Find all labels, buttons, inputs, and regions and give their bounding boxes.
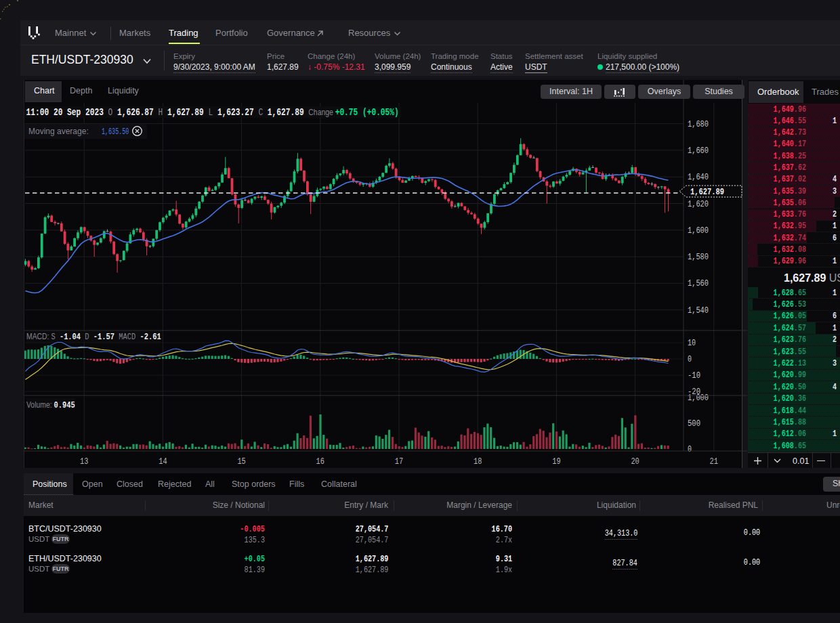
svg-text:1,560: 1,560 bbox=[688, 279, 709, 288]
svg-text:1,540: 1,540 bbox=[688, 306, 709, 316]
svg-text:1,680: 1,680 bbox=[688, 120, 709, 129]
svg-text:18: 18 bbox=[474, 457, 482, 467]
svg-text:15: 15 bbox=[237, 457, 245, 467]
svg-text:21: 21 bbox=[710, 457, 718, 467]
svg-text:1,600: 1,600 bbox=[688, 226, 709, 236]
svg-text:19: 19 bbox=[552, 457, 560, 467]
svg-text:1,620: 1,620 bbox=[688, 200, 709, 209]
svg-text:1,640: 1,640 bbox=[688, 173, 709, 182]
svg-text:17: 17 bbox=[395, 457, 403, 467]
svg-text:500: 500 bbox=[688, 419, 700, 429]
svg-text:1,580: 1,580 bbox=[688, 253, 709, 262]
svg-text:1,660: 1,660 bbox=[688, 146, 709, 156]
svg-text:-10: -10 bbox=[688, 371, 700, 381]
svg-text:16: 16 bbox=[316, 457, 324, 467]
svg-text:20: 20 bbox=[631, 457, 639, 467]
svg-text:1,627.89: 1,627.89 bbox=[690, 187, 724, 197]
svg-text:0: 0 bbox=[688, 355, 692, 364]
svg-text:13: 13 bbox=[80, 457, 88, 467]
svg-text:10: 10 bbox=[688, 339, 696, 348]
svg-text:0: 0 bbox=[688, 445, 692, 454]
svg-text:14: 14 bbox=[159, 457, 167, 467]
svg-text:1,000: 1,000 bbox=[688, 393, 709, 403]
